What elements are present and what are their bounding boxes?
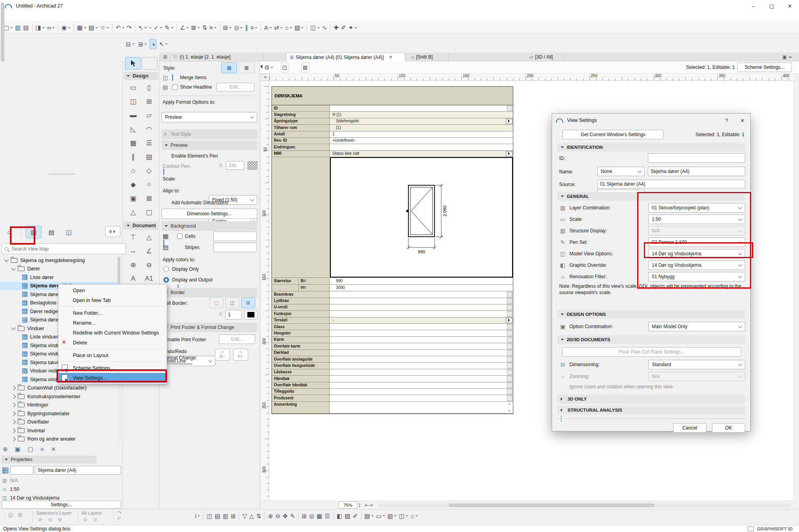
reno-quick-icon[interactable]: ⌂ bbox=[409, 511, 419, 521]
cell-control[interactable] bbox=[507, 344, 512, 349]
border-all-button[interactable]: ⊞ bbox=[241, 297, 255, 308]
schedule-row[interactable]: Endringsnr. bbox=[272, 144, 513, 150]
pen-icon[interactable]: ✎ bbox=[163, 23, 175, 32]
angle-dimension-icon[interactable]: ∠ bbox=[141, 247, 157, 255]
print-footer-section[interactable]: Print Footer & Format Change bbox=[161, 323, 257, 332]
layer-combination-row[interactable]: 01 Skisse/forprosjekt (plan) bbox=[648, 203, 745, 213]
swap-lock-icon[interactable]: ⊛ bbox=[17, 511, 23, 519]
expand-icon[interactable] bbox=[11, 411, 15, 416]
roof-tool-icon[interactable]: ◺ bbox=[125, 125, 141, 133]
favorites-spray-icon[interactable]: ✦ bbox=[347, 23, 358, 32]
tree-item[interactable]: Himlinger bbox=[0, 401, 117, 410]
tab-3d[interactable]: ▱ [3D / All] bbox=[526, 53, 565, 61]
option-combination-dropdown[interactable]: Main Model Only bbox=[648, 322, 745, 331]
tree-item[interactable]: Overflater bbox=[0, 418, 117, 427]
mesh-display-icon[interactable]: ▦ bbox=[315, 511, 323, 521]
schedule-row[interactable]: Anmerkning ▲▼ bbox=[272, 402, 513, 414]
save-current-view-icon[interactable]: ▣ bbox=[14, 444, 22, 454]
ruler-origin-icon[interactable]: ✛ bbox=[261, 74, 269, 81]
spot-elevation-icon[interactable]: △ bbox=[141, 233, 157, 241]
shell-tool-icon[interactable]: ◠ bbox=[141, 125, 157, 133]
context-menu-item[interactable]: ✕ Delete bbox=[59, 338, 167, 348]
documents-section[interactable]: 2D/3D DOCUMENTS bbox=[558, 335, 745, 344]
properties-section[interactable]: Properties bbox=[2, 456, 97, 464]
zoom-out-icon[interactable]: ⊖ bbox=[274, 511, 282, 521]
property-id-field[interactable] bbox=[10, 466, 33, 475]
delete-view-icon[interactable]: ✕ bbox=[50, 444, 57, 454]
morph-tool-icon[interactable]: ◇ bbox=[141, 166, 157, 175]
print-footer-edit-button[interactable]: Edit... bbox=[219, 334, 255, 344]
cell-control[interactable] bbox=[507, 357, 512, 362]
cell-control[interactable] bbox=[507, 337, 512, 342]
format-target-dropdown[interactable]: Preview bbox=[161, 112, 257, 122]
inject-parameters-icon[interactable]: ✐ bbox=[340, 23, 347, 32]
marquee-tool-icon[interactable]: ▫ bbox=[148, 23, 152, 32]
schedule-row[interactable]: Produsent bbox=[272, 395, 513, 401]
zoom-stepper[interactable]: ▲▼ bbox=[358, 502, 361, 508]
open-recent-icon[interactable]: ◨ bbox=[34, 23, 46, 32]
unlock-layer-icon[interactable]: ⊚ bbox=[58, 517, 62, 522]
mesh-tool-icon[interactable]: ▦ bbox=[125, 139, 141, 147]
cell-control[interactable] bbox=[507, 389, 512, 394]
view-map-search[interactable] bbox=[2, 243, 126, 254]
truss-tool-icon[interactable]: ▢ bbox=[141, 208, 157, 217]
schedule-row[interactable]: Slagretning H (1) bbox=[272, 112, 513, 118]
equipment-tool-icon[interactable]: ▣ bbox=[125, 194, 141, 203]
expand-icon[interactable] bbox=[11, 386, 15, 390]
cells-checkbox[interactable] bbox=[177, 234, 182, 239]
zone-tool-icon[interactable]: ⌂ bbox=[284, 23, 293, 32]
tab-overview-button[interactable]: ⊞ bbox=[161, 53, 170, 61]
curtain-wall-tool-icon[interactable]: ▤ bbox=[141, 152, 157, 161]
lock-all-layers-icon[interactable]: ⊙ bbox=[93, 517, 97, 522]
redo-icon[interactable]: ↷ bbox=[125, 23, 133, 32]
style-merged-button[interactable]: ▦ bbox=[221, 62, 237, 73]
horizontal-scrollbar[interactable] bbox=[378, 503, 791, 507]
edit-elements-icon[interactable]: ⊠ bbox=[190, 23, 201, 32]
schedule-row[interactable]: U-verdi bbox=[272, 304, 513, 311]
design-options-section[interactable]: DESIGN OPTIONS bbox=[558, 310, 745, 319]
radial-dimension-icon[interactable]: ⊕ bbox=[125, 260, 141, 269]
last-view-icon[interactable]: ◑ bbox=[150, 39, 156, 49]
cell-control[interactable] bbox=[507, 350, 512, 355]
tree-item[interactable]: Dører bbox=[0, 265, 117, 274]
property-name-field[interactable]: Skjema dører (A4) bbox=[35, 466, 121, 475]
hide-all-layers-icon[interactable]: ⊘ bbox=[83, 517, 87, 522]
schedule-row[interactable]: Glass bbox=[272, 324, 513, 330]
arrow-tool-button[interactable] bbox=[125, 57, 141, 70]
general-section[interactable]: GENERAL bbox=[558, 192, 745, 201]
maximize-button[interactable]: ▢ bbox=[763, 0, 781, 12]
display-and-output-radio[interactable] bbox=[163, 277, 169, 283]
clone-folder-icon[interactable]: ⊕ bbox=[2, 444, 9, 454]
border-section[interactable]: Border bbox=[161, 288, 257, 297]
ok-button[interactable]: OK bbox=[712, 423, 745, 433]
delete-icon[interactable]: ▦ bbox=[76, 23, 87, 32]
navigator-settings-button[interactable]: Settings... bbox=[2, 501, 121, 509]
close-tab-icon[interactable]: ✕ bbox=[389, 55, 393, 60]
text-style-section[interactable]: Text Style bbox=[161, 129, 257, 139]
cell-control[interactable] bbox=[507, 383, 512, 388]
expand-icon[interactable] bbox=[11, 428, 15, 433]
wall-tool-icon[interactable]: ▭ bbox=[125, 83, 141, 92]
stripes-color-field[interactable] bbox=[213, 243, 257, 252]
label-icon[interactable]: A1 bbox=[141, 274, 157, 283]
cell-control[interactable] bbox=[507, 376, 512, 381]
arrow-tool-icon[interactable]: ↖ bbox=[137, 23, 148, 32]
contour-pen-swatch[interactable] bbox=[247, 161, 258, 170]
menu-item[interactable] bbox=[58, 15, 66, 18]
undo-format-button[interactable]: ↶B/– bbox=[215, 349, 230, 361]
zone-tool-icon[interactable]: ⌂ bbox=[125, 166, 141, 175]
orbit-icon[interactable]: ◎ bbox=[308, 511, 315, 521]
size-row-b[interactable]: Størrelse B= 990 bbox=[272, 278, 513, 285]
menu-item[interactable] bbox=[66, 15, 74, 18]
tab-floor-plan[interactable]: ⚐ (!) 1. etasje [2. 1. etasje] bbox=[170, 53, 263, 61]
lock-layer-icon[interactable]: ⊙ bbox=[48, 517, 52, 522]
tree-item[interactable]: Rom og andre arealer bbox=[0, 435, 117, 444]
beam-tool-icon[interactable]: ▬ bbox=[125, 111, 141, 120]
layers-quick-icon[interactable]: ▧ bbox=[363, 511, 375, 521]
dialog-help-button[interactable]: ? bbox=[719, 114, 734, 127]
cell-control[interactable] bbox=[507, 298, 512, 304]
headline-edit-button[interactable]: Edit... bbox=[216, 83, 254, 91]
menu-item[interactable] bbox=[34, 15, 42, 18]
stories-icon[interactable]: ▤ bbox=[214, 511, 222, 521]
schedule-row[interactable]: Antall 1 bbox=[272, 131, 513, 138]
